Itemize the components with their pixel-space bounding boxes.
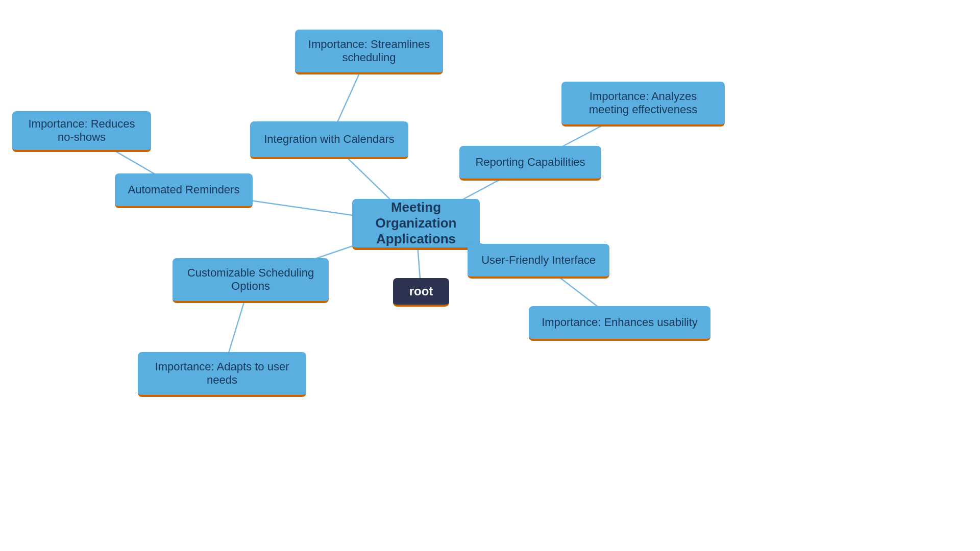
node-automated-reminders: Automated Reminders: [115, 173, 253, 208]
node-root: root: [393, 278, 449, 307]
node-center: Meeting Organization Applications: [352, 199, 480, 250]
node-importance-enhances: Importance: Enhances usability: [529, 306, 710, 341]
node-importance-analyzes: Importance: Analyzes meeting effectivene…: [561, 82, 725, 127]
node-integration-calendars: Integration with Calendars: [250, 121, 408, 159]
node-reporting-capabilities: Reporting Capabilities: [459, 146, 601, 181]
node-customizable-scheduling: Customizable Scheduling Options: [173, 258, 329, 303]
node-importance-streamlines: Importance: Streamlines scheduling: [295, 30, 443, 74]
node-user-friendly: User-Friendly Interface: [468, 244, 609, 279]
node-importance-adapts: Importance: Adapts to user needs: [138, 352, 306, 397]
node-importance-reduces: Importance: Reduces no-shows: [12, 111, 151, 152]
